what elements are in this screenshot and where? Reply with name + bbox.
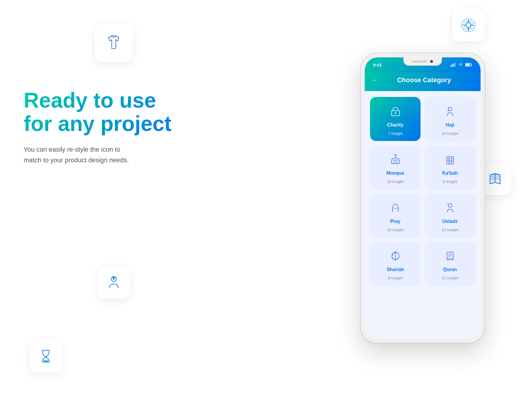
svg-point-0 xyxy=(466,22,471,27)
subtext-line2: match to your product design needs. xyxy=(24,156,129,164)
charity-insight: 7 Insight xyxy=(388,131,403,136)
svg-point-11 xyxy=(43,360,48,362)
ustadz-icon xyxy=(443,200,458,215)
svg-point-22 xyxy=(448,108,449,109)
content-area[interactable]: Charity 7 Insight xyxy=(365,91,481,339)
phone-outer: 9:41 xyxy=(361,53,485,343)
svg-rect-13 xyxy=(452,64,453,67)
status-bar: 9:41 xyxy=(365,57,481,72)
svg-rect-9 xyxy=(112,277,116,278)
notch-camera xyxy=(430,60,433,63)
left-section: Ready to use for any project You can eas… xyxy=(24,89,195,165)
shariah-name: Shariah xyxy=(387,267,404,272)
pray-insight: 20 Insight xyxy=(387,228,403,232)
svg-rect-17 xyxy=(466,64,470,66)
phone-inner: 9:41 xyxy=(365,57,481,339)
status-icons xyxy=(450,63,472,67)
svg-rect-15 xyxy=(455,63,456,67)
subtext-line1: You can easily re-style the icon to xyxy=(24,146,120,153)
category-grid: Charity 7 Insight xyxy=(370,97,475,286)
quran-insight: 21 Insight xyxy=(442,276,458,280)
back-arrow-icon[interactable]: ← xyxy=(372,76,378,84)
svg-rect-24 xyxy=(447,157,453,164)
mosque-name: Mosque xyxy=(386,171,404,176)
svg-point-10 xyxy=(113,278,114,280)
svg-rect-12 xyxy=(450,65,451,67)
kabah-name: Ka'bah xyxy=(442,171,458,176)
ustadz-insight: 13 Insight xyxy=(442,228,458,232)
mosque-insight: 18 Insight xyxy=(387,179,403,184)
phone-mockup: 9:41 xyxy=(361,53,485,343)
kabah-insight: 6 Insight xyxy=(443,179,457,184)
category-card-kabah[interactable]: Ka'bah 6 Insight xyxy=(425,145,475,189)
category-card-charity[interactable]: Charity 7 Insight xyxy=(370,97,421,141)
quran-name: Quran xyxy=(443,267,457,272)
main-heading: Ready to use for any project xyxy=(24,89,195,135)
ustadz-name: Ustadz xyxy=(442,219,458,224)
mosque-icon xyxy=(388,152,403,167)
category-card-ustadz[interactable]: Ustadz 13 Insight xyxy=(425,193,475,237)
category-card-quran[interactable]: Quran 21 Insight xyxy=(425,241,475,286)
header-title: Choose Category xyxy=(382,76,466,84)
notch-speaker xyxy=(412,61,427,62)
svg-rect-29 xyxy=(449,161,451,164)
svg-rect-23 xyxy=(394,161,397,163)
category-card-shariah[interactable]: Shariah 8 Insight xyxy=(370,241,421,286)
status-time: 9:41 xyxy=(373,62,382,67)
haji-name: Haji xyxy=(446,122,454,128)
pray-name: Pray xyxy=(390,219,400,224)
shariah-icon xyxy=(388,249,403,263)
charity-name: Charity xyxy=(387,122,403,128)
haji-insight: 10 Insight xyxy=(442,131,458,136)
charity-icon xyxy=(388,104,403,119)
quran-icon xyxy=(443,249,458,263)
float-card-shirt xyxy=(95,24,133,62)
category-card-pray[interactable]: Pray 20 Insight xyxy=(370,193,421,237)
app-header: ← Choose Category xyxy=(365,72,481,91)
float-card-mandala xyxy=(452,9,485,41)
header-row: ← Choose Category xyxy=(372,76,473,84)
float-card-hourglass xyxy=(30,340,62,372)
category-card-haji[interactable]: Haji 10 Insight xyxy=(425,97,475,141)
sub-text: You can easily re-style the icon to matc… xyxy=(24,144,195,165)
category-card-mosque[interactable]: Mosque 18 Insight xyxy=(370,145,421,189)
notch xyxy=(403,57,442,66)
shariah-insight: 8 Insight xyxy=(388,276,403,280)
float-card-doctor xyxy=(98,266,130,299)
pray-icon xyxy=(388,200,403,215)
svg-rect-14 xyxy=(453,63,454,67)
svg-point-1 xyxy=(464,21,473,30)
heading-line1: Ready to use xyxy=(24,88,156,112)
heading-line2: for any project xyxy=(24,112,171,135)
haji-icon xyxy=(443,104,458,119)
kabah-icon xyxy=(443,152,458,167)
